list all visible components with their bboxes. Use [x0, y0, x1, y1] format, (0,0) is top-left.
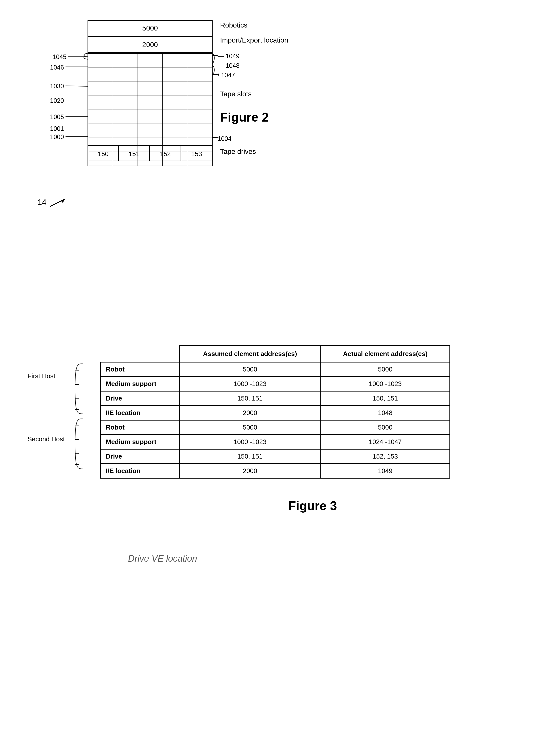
label-tape-slots: Tape slots	[220, 90, 252, 98]
tape-cell	[88, 54, 113, 68]
tape-cell	[138, 82, 163, 96]
drive-150: 150	[88, 145, 119, 161]
second-host-label: Second Host	[28, 435, 65, 443]
tape-cell	[113, 124, 138, 138]
first-host-label: First Host	[28, 372, 55, 380]
addr-1045: 1045	[53, 53, 67, 61]
col-assumed: Assumed element address(es)	[179, 346, 321, 362]
import-export-row: 2000	[88, 37, 213, 54]
robotics-addr: 5000	[142, 24, 158, 32]
tape-row	[88, 110, 212, 124]
tape-cell	[187, 96, 212, 110]
label-tape-drives: Tape drives	[220, 148, 256, 156]
addr-1001: 1001	[50, 125, 64, 132]
table-row: I/E location 2000 1049	[101, 464, 450, 478]
tape-cell	[163, 68, 187, 82]
tape-cell	[113, 68, 138, 82]
row-label-medium-1: Medium support	[101, 377, 180, 391]
row-label-drive-1: Drive	[101, 391, 180, 406]
cell-assumed: 150, 151	[179, 449, 321, 464]
addr-1048: — 1048	[218, 62, 240, 69]
figure3-title: Figure 3	[100, 499, 525, 513]
label-14: 14	[38, 198, 70, 208]
tape-row	[88, 82, 212, 96]
table-row: Medium support 1000 -1023 1024 -1047	[101, 435, 450, 449]
table-row: Drive 150, 151 152, 153	[101, 449, 450, 464]
addr-1004: 1004	[218, 135, 232, 142]
tape-cell	[138, 54, 163, 68]
empty-header	[101, 346, 180, 362]
tape-cell	[163, 110, 187, 124]
addr-1047: / 1047	[218, 72, 235, 79]
figure2-title: Figure 2	[220, 110, 269, 125]
row-label-medium-2: Medium support	[101, 435, 180, 449]
tape-cell	[187, 110, 212, 124]
cell-actual: 1048	[321, 406, 450, 420]
addr-1049: — 1049	[218, 53, 240, 60]
tape-cell	[113, 54, 138, 68]
tape-drives-row: 150 151 152 153	[88, 145, 213, 161]
tape-row	[88, 124, 212, 138]
table-row: Robot 5000 5000	[101, 420, 450, 435]
tape-row	[88, 96, 212, 110]
tape-cell	[163, 96, 187, 110]
second-host-bracket	[63, 416, 88, 471]
label-robotics: Robotics	[220, 21, 247, 29]
tape-cell	[88, 82, 113, 96]
tape-cell	[163, 82, 187, 96]
addr-1030: 1030	[50, 83, 64, 90]
drive-153: 153	[181, 145, 213, 161]
drive-152: 152	[150, 145, 181, 161]
tape-row	[88, 68, 212, 82]
tape-cell	[187, 82, 212, 96]
cell-actual: 150, 151	[321, 391, 450, 406]
tape-cell	[163, 54, 187, 68]
import-export-addr: 2000	[142, 41, 158, 49]
cell-assumed: 1000 -1023	[179, 377, 321, 391]
cell-actual: 5000	[321, 362, 450, 377]
row-label-ie-1: I/E location	[101, 406, 180, 420]
figure3-table: Assumed element address(es) Actual eleme…	[100, 345, 450, 479]
arrow-14	[50, 198, 70, 208]
tape-cell	[187, 68, 212, 82]
tape-cell	[88, 68, 113, 82]
addr-1020: 1020	[50, 97, 64, 104]
figure3-area: First Host Second Host	[25, 345, 525, 513]
svg-line-2	[66, 86, 88, 86]
library-grid: 5000 2000	[88, 20, 213, 166]
cell-assumed: 2000	[179, 406, 321, 420]
tape-cell	[138, 68, 163, 82]
addr-1000: 1000	[50, 133, 64, 141]
cell-assumed: 2000	[179, 464, 321, 478]
row-label-robot-1: Robot	[101, 362, 180, 377]
tape-cell	[138, 124, 163, 138]
addr-1046: 1046	[50, 64, 64, 71]
table-wrapper: First Host Second Host	[100, 345, 525, 479]
cell-assumed: 5000	[179, 420, 321, 435]
row-label-drive-2: Drive	[101, 449, 180, 464]
tape-cell	[88, 124, 113, 138]
cell-actual: 152, 153	[321, 449, 450, 464]
tape-cell	[138, 110, 163, 124]
tape-cell	[88, 110, 113, 124]
drive-151: 151	[119, 145, 150, 161]
robotics-row: 5000	[88, 20, 213, 37]
label-import-export: Import/Export location	[220, 36, 288, 44]
row-label-ie-2: I/E location	[101, 464, 180, 478]
tape-cell	[138, 96, 163, 110]
first-host-bracket	[63, 361, 88, 416]
cell-assumed: 5000	[179, 362, 321, 377]
cell-assumed: 1000 -1023	[179, 435, 321, 449]
cell-assumed: 150, 151	[179, 391, 321, 406]
cell-actual: 5000	[321, 420, 450, 435]
row-label-robot-2: Robot	[101, 420, 180, 435]
table-row: Robot 5000 5000	[101, 362, 450, 377]
cell-actual: 1049	[321, 464, 450, 478]
tape-row	[88, 54, 212, 68]
tape-cell	[88, 96, 113, 110]
tape-cell	[113, 110, 138, 124]
table-row: Drive 150, 151 150, 151	[101, 391, 450, 406]
cell-actual: 1000 -1023	[321, 377, 450, 391]
tape-cell	[187, 54, 212, 68]
tape-cell	[163, 124, 187, 138]
